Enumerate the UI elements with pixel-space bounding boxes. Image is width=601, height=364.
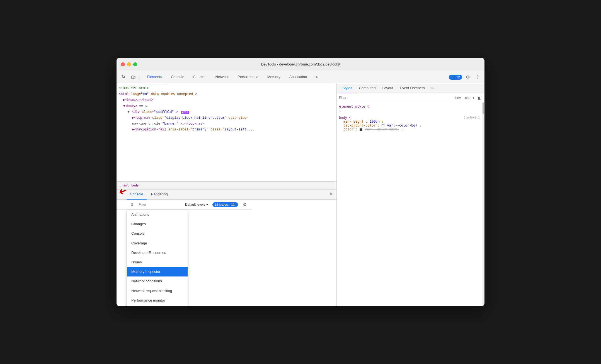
device-toolbar-icon[interactable] xyxy=(129,73,138,82)
tab-memory[interactable]: Memory xyxy=(263,71,285,83)
main-tabs: Elements Console Sources Network Perform… xyxy=(142,71,448,83)
maximize-button[interactable] xyxy=(133,62,137,66)
menu-item-memory-inspector[interactable]: Memory Inspector xyxy=(127,267,188,276)
tab-application[interactable]: Application xyxy=(285,71,312,83)
inspect-element-icon[interactable] xyxy=(119,73,128,82)
html-line: ▶<navigation-rail aria-label="primary" c… xyxy=(117,127,336,133)
more-options-icon[interactable]: ⋮ xyxy=(473,73,482,82)
html-line: ▼ <div class="scaffold" > grid xyxy=(117,109,336,115)
dropdown-menu: Animations Changes Console Coverage Deve… xyxy=(127,210,188,306)
console-left: ⊟ Default levels ▾ 12 Issues: 12 xyxy=(117,200,251,306)
devtools-main: <!DOCTYPE html> <html lang="en" data-coo… xyxy=(117,83,484,306)
styles-scrollbar-thumb[interactable] xyxy=(483,103,484,114)
menu-item-network-request-blocking[interactable]: Network request blocking xyxy=(127,286,188,296)
color-swatch-bg[interactable] xyxy=(382,124,384,127)
menu-item-issues[interactable]: Issues xyxy=(127,258,188,267)
menu-item-quick-source[interactable]: Quick source xyxy=(127,305,188,306)
breadcrumb-body[interactable]: body xyxy=(131,184,139,187)
svg-rect-1 xyxy=(134,76,135,78)
tab-sources[interactable]: Sources xyxy=(189,71,211,83)
css-rule-body: body { (index):1 min-height : 100vh ; ba… xyxy=(339,116,480,131)
elements-panel: <!DOCTYPE html> <html lang="en" data-coo… xyxy=(117,83,337,306)
css-prop-min-height: min-height : 100vh ; xyxy=(339,120,480,123)
tab-network[interactable]: Network xyxy=(211,71,233,83)
html-tree: <!DOCTYPE html> <html lang="en" data-coo… xyxy=(117,83,336,181)
styles-hov-cls-btns: :hov .cls + ◧ xyxy=(453,95,482,101)
add-style-button[interactable]: + xyxy=(471,95,476,100)
menu-item-changes[interactable]: Changes xyxy=(127,219,188,229)
css-prop-background-color: background-color : var(--color-bg) ; xyxy=(339,123,480,127)
filter-icon[interactable]: ⊟ xyxy=(128,200,137,209)
tab-more[interactable]: » xyxy=(311,71,322,83)
styles-content-area: element.style { } body { (index):1 min-h… xyxy=(337,102,484,306)
console-tab-console[interactable]: Console xyxy=(127,190,147,200)
html-line: nav-inert role="banner" >…</top-nav> xyxy=(117,121,336,127)
css-rule-element-style: element.style { } xyxy=(339,105,480,112)
issues-icon: 🔵 xyxy=(451,75,455,79)
html-line: ▼<body> == $0 xyxy=(117,103,336,109)
minimize-button[interactable] xyxy=(127,62,131,66)
console-tab-rendering[interactable]: Rendering xyxy=(148,190,171,200)
grid-badge: grid xyxy=(181,111,189,114)
html-line: <!DOCTYPE html> xyxy=(117,86,336,91)
hov-button[interactable]: :hov xyxy=(453,95,462,100)
toolbar-right: 🔵 12 ⚙ ⋮ xyxy=(449,73,482,82)
filter-bar: ⊟ Default levels ▾ 12 Issues: 12 xyxy=(117,200,251,210)
html-line: ▶<top-nav class="display-block hairline-… xyxy=(117,115,336,121)
svg-rect-0 xyxy=(132,76,134,79)
toggle-style-pane-icon[interactable]: ◧ xyxy=(477,95,482,101)
cls-button[interactable]: .cls xyxy=(463,95,470,100)
styles-tab-more[interactable]: » xyxy=(428,83,437,93)
tab-performance[interactable]: Performance xyxy=(233,71,263,83)
console-body: ⊟ Default levels ▾ 12 Issues: 12 xyxy=(117,200,336,306)
styles-tab-event-listeners[interactable]: Event Listeners xyxy=(396,83,428,93)
styles-tab-styles[interactable]: Styles xyxy=(339,83,355,93)
devtools-toolbar: Elements Console Sources Network Perform… xyxy=(117,71,484,83)
settings-icon[interactable]: ⚙ xyxy=(463,73,472,82)
styles-tab-computed[interactable]: Computed xyxy=(355,83,379,93)
styles-filter-input[interactable] xyxy=(339,96,451,100)
css-prop-color: color : var(--color-text) ; xyxy=(339,127,480,131)
styles-tabs: Styles Computed Layout Event Listeners » xyxy=(337,83,484,93)
traffic-lights xyxy=(121,62,137,66)
menu-item-coverage[interactable]: Coverage xyxy=(127,239,188,248)
menu-item-animations[interactable]: Animations xyxy=(127,210,188,219)
levels-dropdown[interactable]: Default levels ▾ xyxy=(183,202,210,208)
menu-item-network-conditions[interactable]: Network conditions xyxy=(127,276,188,286)
arrow-container: ⊟ Default levels ▾ 12 Issues: 12 xyxy=(117,200,251,210)
close-console-icon[interactable]: ✕ xyxy=(328,191,334,198)
html-line: ▶<head>…</head> xyxy=(117,97,336,103)
menu-item-performance-monitor[interactable]: Performance monitor xyxy=(127,296,188,305)
filter-input[interactable] xyxy=(139,203,181,207)
breadcrumb-bar: … html body xyxy=(117,181,336,189)
console-area: ⋮ Console Rendering ✕ ⊟ xyxy=(117,189,336,306)
issues-badge[interactable]: 🔵 12 xyxy=(449,75,462,80)
chevron-down-icon: ▾ xyxy=(206,203,208,207)
menu-item-console[interactable]: Console xyxy=(127,229,188,238)
html-line: <html lang="en" data-cookies-accepted > xyxy=(117,91,336,97)
console-tabs-bar: ⋮ Console Rendering ✕ xyxy=(117,190,336,200)
menu-item-developer-resources[interactable]: Developer Resources xyxy=(127,248,188,258)
window-title: DevTools - developer.chrome.com/docs/dev… xyxy=(261,62,340,66)
styles-tab-layout[interactable]: Layout xyxy=(379,83,396,93)
close-button[interactable] xyxy=(121,62,125,66)
styles-scrollbar[interactable] xyxy=(482,102,484,306)
title-bar: DevTools - developer.chrome.com/docs/dev… xyxy=(117,58,484,71)
tab-elements[interactable]: Elements xyxy=(142,71,166,83)
color-swatch-text[interactable] xyxy=(360,128,362,131)
console-issues-badge[interactable]: 12 Issues: 12 xyxy=(212,202,238,207)
styles-filter-bar: :hov .cls + ◧ xyxy=(337,93,484,102)
styles-content: element.style { } body { (index):1 min-h… xyxy=(337,102,482,306)
tab-console[interactable]: Console xyxy=(166,71,189,83)
devtools-window: DevTools - developer.chrome.com/docs/dev… xyxy=(117,58,484,306)
issues-count-badge: 12 xyxy=(230,203,236,206)
console-settings-icon[interactable]: ⚙ xyxy=(240,200,249,209)
toolbar-divider xyxy=(140,74,140,81)
styles-panel: Styles Computed Layout Event Listeners » xyxy=(337,83,484,306)
